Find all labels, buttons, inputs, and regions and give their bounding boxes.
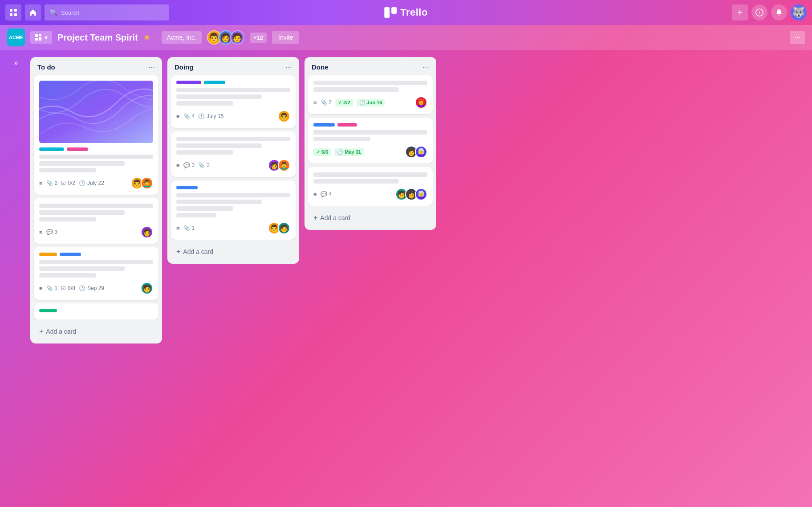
plus-icon: + [176,248,180,256]
board-title: Project Team Spirit [57,33,138,43]
card-text [176,137,290,155]
card-avatar-3[interactable]: 👩‍🦳 [415,188,427,200]
checklist-icon: ☑ [61,285,66,291]
member-count-badge[interactable]: +12 [250,33,267,43]
card-tags [313,123,427,127]
board-type-button[interactable]: ▾ [30,31,52,44]
sidebar-collapse-button[interactable]: » [7,57,25,67]
attachment-count: 📎 1 [183,225,195,231]
attachment-count: 📎 4 [183,113,195,119]
card-text [313,81,427,92]
user-avatar[interactable]: 🐺 [791,4,807,20]
card-todo-4[interactable] [34,303,158,319]
card-footer: ≡ 📎 1 ☑ 0/8 🕐 Sep 29 � [39,282,153,294]
card-avatar-2[interactable]: 👩‍🦳 [415,146,427,158]
svg-rect-2 [10,13,12,16]
card-avatar-group: 👨 🧑 [268,222,290,234]
list-done-more-button[interactable]: ··· [422,62,429,72]
invite-button[interactable]: Invite [272,31,299,44]
text-line [39,161,125,166]
card-doing-2[interactable]: ≡ 💬 3 📎 2 👩 👨‍🦱 [171,131,296,177]
paperclip-icon: 📎 [183,225,190,231]
star-button[interactable]: ★ [143,33,150,42]
card-avatar-1[interactable]: 🧑 [141,282,153,294]
tag-cyan [39,147,64,151]
paperclip-icon: 📎 [198,162,205,168]
checkmark-icon: ✓ [316,149,320,155]
card-tags [39,253,153,256]
board-type-chevron: ▾ [45,34,48,41]
grid-menu-button[interactable] [5,4,21,20]
card-todo-2[interactable]: ≡ 💬 3 👩 [34,198,158,244]
date-badge: 🕐 May 31 [334,148,364,156]
comment-icon: 💬 [46,229,53,235]
card-doing-3[interactable]: ≡ 📎 1 👨 🧑 [171,180,296,240]
card-avatar-2[interactable]: 👨‍🦱 [141,177,153,189]
add-card-label: Add a card [46,328,76,335]
card-done-3[interactable]: ≡ 💬 4 🧑 👩 👩‍🦳 [308,167,433,206]
card-todo-3[interactable]: ≡ 📎 1 ☑ 0/8 🕐 Sep 29 � [34,247,158,300]
member-avatars: 👨 👩 🧑 [207,30,244,45]
card-footer: ≡ 💬 3 👩 [39,226,153,238]
card-text [313,130,427,141]
text-line [176,150,233,155]
card-footer: ≡ 💬 3 📎 2 👩 👨‍🦱 [176,159,290,172]
text-line [39,260,153,264]
text-line [176,101,233,106]
paperclip-icon: 📎 [321,99,327,106]
card-avatar-group: 👩 [141,226,153,238]
comment-count: 💬 3 [183,162,195,168]
card-avatar-group: 👨 👨‍🦱 [131,177,153,189]
text-line [176,137,290,141]
home-button[interactable] [25,4,41,20]
card-avatar-1[interactable]: 👩 [141,226,153,238]
add-card-label: Add a card [320,214,350,221]
description-icon: ≡ [176,113,180,120]
workspace-name-button[interactable]: Acme, Inc. [162,31,202,44]
notification-bell-button[interactable] [771,4,787,20]
attachment-count: 📎 2 [321,99,332,106]
card-tags [176,81,290,84]
info-button[interactable]: i [751,4,767,20]
tag-blue [60,253,81,256]
add-button[interactable]: + [732,4,748,20]
card-doing-1[interactable]: ≡ 📎 4 🕐 July 15 👨 [171,75,296,128]
clock-icon: 🕐 [337,149,343,155]
comment-count: 💬 3 [46,229,58,235]
list-doing-more-button[interactable]: ··· [285,62,292,72]
card-text [39,204,153,221]
due-date: 🕐 Sep 29 [79,285,104,291]
card-done-2[interactable]: ✓ 6/6 🕐 May 31 👩 👩‍🦳 [308,118,433,164]
card-avatar-1[interactable]: 👩‍🦰 [415,96,427,109]
board-more-button[interactable]: ··· [790,31,805,44]
card-avatar-2[interactable]: 👨‍🦱 [278,159,290,172]
checklist-count: ☑ 0/8 [61,285,75,291]
card-avatar-1[interactable]: 👨 [278,110,290,123]
list-todo-more-button[interactable]: ··· [148,62,155,72]
app-logo: Trello [384,7,428,18]
comment-icon: 💬 [321,191,327,197]
card-avatar-group: 🧑 👩 👩‍🦳 [395,188,427,200]
text-line [39,273,96,278]
invite-label: Invite [278,34,293,41]
search-bar[interactable]: 🔍 Search [45,4,169,20]
text-line [39,168,96,172]
tag-purple [176,81,201,84]
clock-icon: 🕐 [79,180,85,186]
description-icon: ≡ [176,225,180,232]
attachment-count: 📎 2 [46,180,58,186]
card-avatar-2[interactable]: 🧑 [278,222,290,234]
list-doing-cards: ≡ 📎 4 🕐 July 15 👨 [167,75,299,240]
description-icon: ≡ [39,180,43,187]
card-avatar-group: 👩‍🦰 [415,96,427,109]
svg-rect-9 [39,34,41,36]
card-todo-1[interactable]: ≡ 📎 2 ☑ 0/2 🕐 July 22 [34,75,158,195]
add-card-todo-button[interactable]: + Add a card [34,323,158,340]
list-done-title: Done [312,63,329,71]
add-card-done-button[interactable]: + Add a card [308,209,433,226]
text-line [176,200,262,204]
svg-rect-11 [39,37,41,41]
member-avatar-3[interactable]: 🧑 [230,30,244,45]
add-card-doing-button[interactable]: + Add a card [171,243,296,260]
card-done-1[interactable]: ≡ 📎 2 ✓ 2/2 🕐 Jun 16 � [308,75,433,114]
